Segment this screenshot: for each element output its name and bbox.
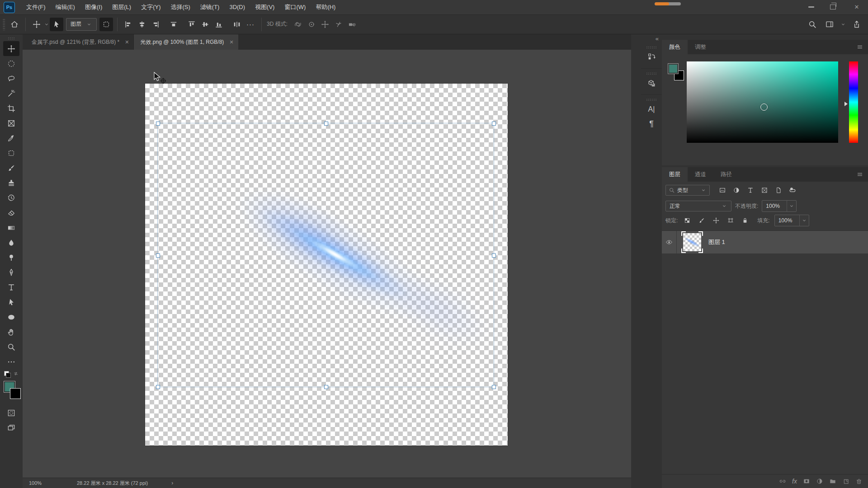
expand-panels-button[interactable]: « — [631, 34, 662, 42]
share-icon[interactable] — [850, 18, 863, 31]
fill-caret-icon[interactable] — [799, 215, 809, 226]
default-colors-icon[interactable] — [4, 371, 9, 376]
document-tab-metal-text[interactable]: 金属字.psd @ 121% (背景, RGB/8) * ✕ — [25, 34, 134, 50]
blend-mode-dropdown[interactable]: 正常 — [665, 201, 731, 211]
layer-row-selected[interactable]: 图层 1 — [662, 231, 868, 253]
align-bottom-button[interactable] — [212, 18, 226, 31]
transform-handle-ne[interactable] — [492, 122, 496, 126]
tab-close-icon[interactable]: ✕ — [229, 39, 233, 45]
clone-stamp-tool[interactable] — [3, 175, 19, 190]
pen-tool[interactable] — [3, 265, 19, 280]
opacity-field[interactable]: 100% — [762, 200, 797, 212]
crop-tool[interactable] — [3, 101, 19, 116]
history-brush-tool[interactable] — [3, 190, 19, 205]
layer-filter-type-dropdown[interactable]: 类型 — [665, 185, 710, 196]
layer-name[interactable]: 图层 1 — [708, 238, 725, 246]
menu-layer[interactable]: 图层(L) — [107, 0, 136, 14]
close-button[interactable]: ✕ — [852, 4, 862, 10]
filter-adjustment-layers-icon[interactable] — [731, 185, 741, 195]
minimize-button[interactable] — [808, 6, 818, 8]
new-layer-icon[interactable] — [842, 478, 849, 485]
menu-filter[interactable]: 滤镜(T) — [195, 0, 225, 14]
panel-foreground-swatch[interactable] — [668, 63, 679, 74]
filter-pixel-layers-icon[interactable] — [717, 185, 727, 195]
workspace-caret-icon[interactable] — [840, 18, 846, 31]
character-panel-icon[interactable]: A| — [645, 103, 658, 116]
panel-menu-icon[interactable] — [856, 171, 863, 178]
gradient-tool[interactable] — [3, 220, 19, 235]
layer-visibility-toggle[interactable] — [662, 231, 677, 253]
align-center-horizontal-button[interactable] — [135, 18, 149, 31]
3d-orbit-icon[interactable] — [291, 18, 305, 31]
lock-position-icon[interactable] — [711, 216, 721, 225]
layer-style-fx-icon[interactable]: fx — [792, 478, 797, 484]
link-layers-icon[interactable] — [779, 478, 786, 485]
filter-type-layers-icon[interactable] — [745, 185, 755, 195]
3d-panel-icon[interactable] — [645, 76, 658, 90]
distribute-horizontal-button[interactable] — [230, 18, 244, 31]
lasso-tool[interactable] — [3, 71, 19, 86]
3d-pan-icon[interactable] — [318, 18, 332, 31]
elliptical-marquee-tool[interactable] — [3, 56, 19, 71]
layer-thumbnail[interactable] — [682, 232, 702, 252]
filter-shape-layers-icon[interactable] — [760, 185, 769, 195]
restore-button[interactable] — [830, 5, 840, 9]
dodge-tool[interactable] — [3, 250, 19, 265]
menu-window[interactable]: 窗口(W) — [279, 0, 311, 14]
quick-mask-button[interactable] — [3, 405, 19, 420]
fill-field[interactable]: 100% — [774, 215, 809, 226]
background-color-swatch[interactable] — [10, 388, 21, 399]
transform-handle-n[interactable] — [324, 122, 328, 126]
tool-preset-caret-icon[interactable] — [43, 18, 50, 31]
lock-all-icon[interactable] — [740, 216, 750, 225]
3d-roll-icon[interactable] — [305, 18, 318, 31]
transform-handle-e[interactable] — [492, 253, 496, 258]
hue-slider-marker[interactable] — [844, 102, 848, 106]
edit-toolbar-button[interactable] — [3, 354, 19, 369]
auto-select-toggle[interactable] — [50, 18, 63, 31]
zoom-level-field[interactable]: 100% — [29, 480, 61, 486]
transform-handle-w[interactable] — [156, 253, 160, 258]
screen-mode-button[interactable] — [3, 420, 19, 435]
add-layer-mask-icon[interactable] — [803, 478, 810, 485]
opacity-caret-icon[interactable] — [787, 201, 796, 211]
tab-color[interactable]: 颜色 — [662, 40, 688, 54]
search-icon[interactable] — [806, 18, 819, 31]
filter-smart-objects-icon[interactable] — [774, 185, 783, 195]
3d-camera-icon[interactable] — [345, 18, 359, 31]
align-left-button[interactable] — [122, 18, 135, 31]
distribute-vertical-button[interactable] — [167, 18, 180, 31]
path-selection-tool[interactable] — [3, 295, 19, 310]
canvas[interactable] — [145, 84, 508, 446]
lock-transparent-pixels-icon[interactable] — [682, 216, 692, 225]
type-tool[interactable] — [3, 280, 19, 295]
menu-help[interactable]: 帮助(H) — [311, 0, 340, 14]
tab-adjustments[interactable]: 调整 — [688, 40, 713, 54]
brush-tool[interactable] — [3, 160, 19, 175]
eyedropper-tool[interactable] — [3, 131, 19, 145]
show-transform-controls-toggle[interactable] — [99, 18, 113, 31]
menu-file[interactable]: 文件(F) — [21, 0, 51, 14]
blur-tool[interactable] — [3, 235, 19, 250]
lock-image-pixels-icon[interactable] — [697, 216, 707, 225]
layer-filter-toggle[interactable] — [788, 185, 797, 195]
tab-paths[interactable]: 路径 — [713, 167, 739, 182]
tab-layers[interactable]: 图层 — [662, 167, 688, 182]
transform-handle-nw[interactable] — [156, 122, 160, 126]
menu-view[interactable]: 视图(V) — [250, 0, 279, 14]
move-tool-preset-icon[interactable] — [30, 18, 43, 31]
canvas-viewport[interactable] — [23, 50, 631, 478]
history-panel-icon[interactable] — [645, 50, 658, 64]
align-right-button[interactable] — [149, 18, 162, 31]
transform-handle-s[interactable] — [324, 385, 328, 389]
menu-edit[interactable]: 编辑(E) — [51, 0, 80, 14]
menu-3d[interactable]: 3D(D) — [224, 0, 250, 14]
menu-select[interactable]: 选择(S) — [165, 0, 195, 14]
auto-select-target-dropdown[interactable]: 图层 — [66, 18, 97, 31]
healing-brush-tool[interactable] — [3, 145, 19, 160]
workspace-switcher-icon[interactable] — [823, 18, 836, 31]
new-adjustment-layer-icon[interactable] — [816, 478, 823, 485]
swap-colors-icon[interactable] — [12, 370, 19, 377]
eraser-tool[interactable] — [3, 205, 19, 220]
delete-layer-icon[interactable] — [855, 478, 863, 485]
